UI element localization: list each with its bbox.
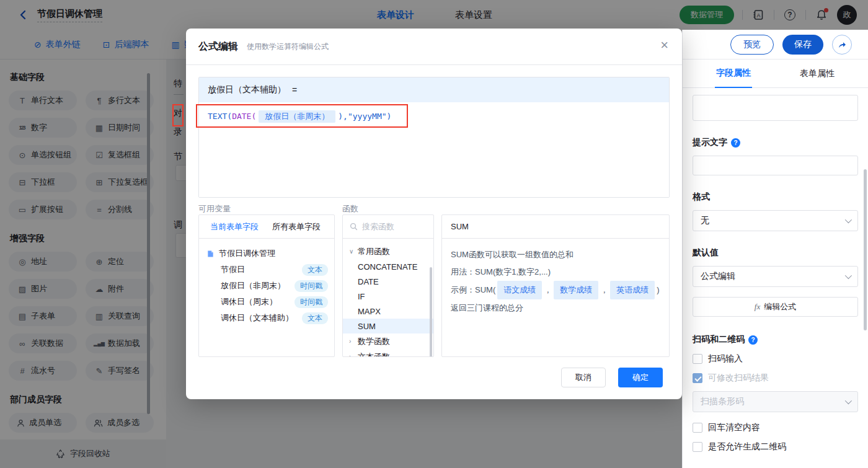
save-button[interactable]: 保存 [782,35,823,55]
function-item-date[interactable]: DATE [343,274,433,289]
formula-fn-text: TEXT( [208,112,232,121]
preview-button[interactable]: 预览 [730,35,774,55]
function-detail-panel: SUM SUM函数可以获取一组数值的总和 用法：SUM(数字1,数字2,...)… [441,214,670,357]
panel-scrollbar[interactable] [864,169,867,330]
field-type-badge: 文本 [302,312,328,324]
caret-right-icon: › [349,338,354,345]
function-example: 示例：SUM(语文成绩，数学成绩，英语成绩)返回三门课程的总分 [451,281,660,317]
function-usage: 用法：SUM(数字1,数字2,...) [451,263,660,281]
caret-down-icon: ∨ [349,248,354,255]
caret-right-icon: › [349,353,354,357]
function-list: ∨常用函数 CONCATENATE DATE IF MAPX SUM ›数学函数… [343,239,433,357]
checkbox-allow-qr[interactable]: 是否允许生成二维码 [693,441,858,453]
hint-text-label: 提示文字 [693,137,727,148]
checkbox-icon[interactable] [693,423,702,433]
tab-field-properties[interactable]: 字段属性 [715,60,752,88]
help-icon[interactable]: ? [731,138,740,148]
variable-item[interactable]: 节假日文本 [206,262,328,278]
formula-rest: ),"yyyyMM") [338,112,391,121]
variable-item[interactable]: 调休日（文本辅助）文本 [206,310,328,326]
checkbox-icon[interactable] [693,354,702,364]
default-value-select[interactable]: 公式编辑 [693,266,858,287]
modal-header: 公式编辑 使用数学运算符编辑公式 × [186,29,682,65]
checkbox-enter-clear[interactable]: 回车清空内容 [693,422,858,433]
confirm-button[interactable]: 确定 [618,368,663,387]
equals-sign: = [292,85,297,95]
barcode-type-select[interactable]: 扫描条形码 [693,391,858,412]
designer-actions: 预览 保存 [683,30,868,60]
chevron-down-icon [845,216,852,223]
function-item-mapx[interactable]: MAPX [343,304,433,319]
modal-overlay[interactable] [0,0,868,30]
properties-panel: 预览 保存 字段属性 表单属性 提示文字? 格式 无 默认值 公式编辑 fx编辑… [682,30,868,468]
field-properties-body: 提示文字? 格式 无 默认值 公式编辑 fx编辑公式 扫码和二维码? 扫码输入 … [683,89,868,468]
hint-text-input[interactable] [693,156,858,175]
formula-fn-date: DATE( [232,112,256,121]
chevron-down-icon [845,397,852,404]
function-group-common[interactable]: ∨常用函数 [343,244,433,259]
function-detail-body: SUM函数可以获取一组数值的总和 用法：SUM(数字1,数字2,...) 示例：… [442,239,669,324]
search-icon [350,223,358,231]
field-type-badge: 时间戳 [294,280,328,292]
function-group-text[interactable]: ›文本函数 [343,349,433,357]
share-arrow-icon [837,40,847,50]
checkbox-scan-input[interactable]: 扫码输入 [693,353,858,364]
function-item-concatenate[interactable]: CONCATENATE [343,259,433,274]
tab-form-properties[interactable]: 表单属性 [799,60,836,87]
description-input[interactable] [693,95,858,121]
tab-current-form-fields[interactable]: 当前表单字段 [210,221,259,232]
help-icon[interactable]: ? [748,335,758,345]
edit-formula-button[interactable]: fx编辑公式 [693,297,858,317]
functions-label: 函数 [342,203,358,214]
variable-item[interactable]: 调休日（周末）时间戳 [206,294,328,310]
close-icon[interactable]: × [660,38,668,52]
function-item-if[interactable]: IF [343,289,433,304]
share-button[interactable] [832,35,852,55]
function-search-input[interactable]: 搜索函数 [343,215,433,239]
modal-subtitle: 使用数学运算符编辑公式 [247,42,329,52]
field-type-badge: 时间戳 [294,296,328,308]
cancel-button[interactable]: 取消 [561,368,606,387]
example-field-chip: 英语成绩 [610,281,655,299]
variables-label: 可用变量 [198,203,231,214]
function-detail-name: SUM [442,215,669,239]
variable-item[interactable]: 放假日（非周末）时间戳 [206,278,328,294]
target-field-name: 放假日（文本辅助） [208,84,286,95]
function-group-math[interactable]: ›数学函数 [343,333,433,349]
format-label: 格式 [693,192,858,203]
checkbox-checked-icon[interactable] [693,373,702,383]
app-screen: 节假日调休管理 表单设计 表单设置 数据管理 A ? 政 ⊘ 表单外链 [0,0,868,468]
checkbox-modify-scan-result[interactable]: 可修改扫码结果 [693,373,858,384]
example-field-chip: 语文成绩 [497,281,542,299]
scan-section-label: 扫码和二维码 [693,334,745,345]
function-description: SUM函数可以获取一组数值的总和 [451,246,660,263]
example-field-chip: 数学成绩 [554,281,598,299]
variables-panel: 当前表单字段 所有表单字段 节假日调休管理 节假日文本 放假日（非周末）时间戳 … [198,214,335,357]
formula-editor-modal: 公式编辑 使用数学运算符编辑公式 × 放假日（文本辅助） = TEXT(DATE… [186,29,682,399]
modal-title: 公式编辑 [198,40,238,53]
properties-tabs: 字段属性 表单属性 [683,60,868,88]
function-list-scrollbar[interactable] [430,267,432,357]
formula-input-area[interactable]: TEXT(DATE(放假日（非周末）),"yyyyMM") [199,102,669,197]
functions-panel: 搜索函数 ∨常用函数 CONCATENATE DATE IF MAPX SUM … [342,214,434,357]
formula-field-chip[interactable]: 放假日（非周末） [259,110,335,123]
chevron-down-icon [845,272,852,279]
function-item-sum-selected[interactable]: SUM [343,319,433,333]
format-select[interactable]: 无 [693,210,858,231]
field-type-badge: 文本 [302,264,328,276]
tab-all-form-fields[interactable]: 所有表单字段 [272,221,321,232]
formula-editor: 放假日（文本辅助） = TEXT(DATE(放假日（非周末）),"yyyyMM"… [198,77,670,198]
variables-tree: 节假日调休管理 节假日文本 放假日（非周末）时间戳 调休日（周末）时间戳 调休日… [199,239,334,326]
fx-icon: fx [755,302,760,312]
tree-root-form[interactable]: 节假日调休管理 [206,245,328,262]
document-icon [206,250,215,258]
formula-target: 放假日（文本辅助） = [199,77,669,102]
checkbox-icon[interactable] [693,442,702,452]
default-value-label: 默认值 [693,247,858,258]
